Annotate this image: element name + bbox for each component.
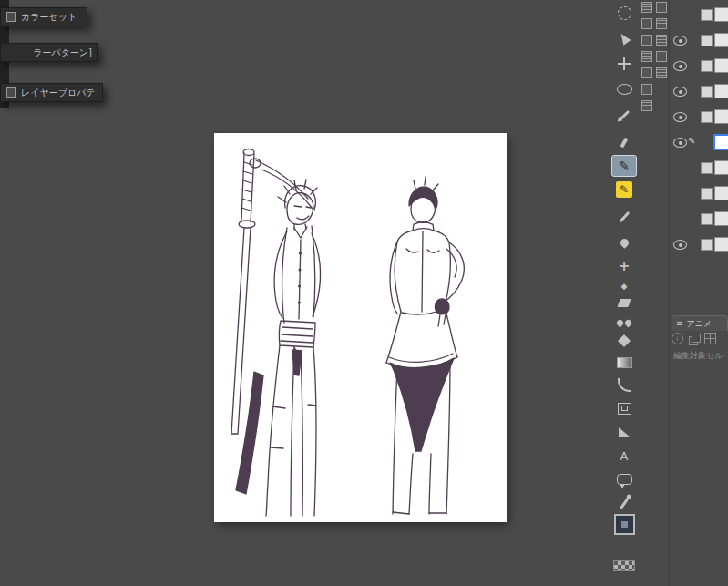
select-cursor-tool-icon[interactable] <box>611 27 637 49</box>
layer-visibility-eye-icon[interactable] <box>673 112 687 122</box>
layer-property-label: レイヤープロパティ <box>21 87 97 99</box>
toolbar-divider <box>610 0 610 586</box>
edit-target-cel-label: 編集対象セル <box>673 350 723 362</box>
subtool-icon[interactable] <box>641 35 652 46</box>
layer-property-panel-tab[interactable]: レイヤープロパティ <box>0 83 103 102</box>
layer-row[interactable] <box>671 53 728 78</box>
animation-tab-label: アニメ <box>687 318 713 330</box>
balloon-tool-icon[interactable] <box>611 468 637 490</box>
layer-type-box[interactable] <box>701 86 713 98</box>
line-correction-tool-icon[interactable] <box>611 492 637 514</box>
color-set-panel-tab[interactable]: カラーセット <box>0 7 87 26</box>
layer-thumbnail[interactable] <box>714 7 728 22</box>
drawing-canvas[interactable] <box>214 133 507 522</box>
layer-visibility-eye-icon[interactable] <box>673 36 687 46</box>
pen-tool-icon[interactable]: ✎ <box>611 155 637 177</box>
text-tool-icon[interactable]: A <box>611 445 637 467</box>
layer-row[interactable] <box>671 104 728 129</box>
layer-type-box[interactable] <box>701 162 713 174</box>
layer-thumbnail[interactable] <box>714 58 728 73</box>
layer-thumbnail[interactable] <box>714 33 728 47</box>
color-set-label: カラーセット <box>21 11 77 24</box>
layer-panel-divider <box>669 0 670 586</box>
layer-type-box[interactable] <box>701 9 713 21</box>
subtool-icon[interactable] <box>641 51 652 62</box>
layer-property-icon <box>6 87 16 98</box>
subtool-icon[interactable] <box>641 18 652 29</box>
layer-row[interactable] <box>671 155 728 180</box>
layer-thumbnail[interactable] <box>714 237 728 252</box>
layer-type-box[interactable] <box>701 239 713 251</box>
layer-visibility-eye-icon[interactable] <box>673 240 687 250</box>
layer-type-box[interactable] <box>701 35 713 46</box>
subtool-icon[interactable] <box>641 84 652 95</box>
airbrush-tool-icon[interactable] <box>611 231 637 253</box>
decoration-tool-icon[interactable]: + <box>611 255 637 277</box>
layer-type-box[interactable] <box>701 60 713 72</box>
layer-row[interactable] <box>671 206 728 231</box>
subtool-icon[interactable] <box>641 2 652 13</box>
brush-tool-icon[interactable] <box>611 206 637 228</box>
line-art-sketch <box>214 133 507 522</box>
gradient-tool-icon[interactable] <box>611 352 637 374</box>
cel-stack-icon[interactable] <box>689 334 699 344</box>
main-color-swatch[interactable] <box>611 512 637 536</box>
layer-row[interactable] <box>671 231 728 257</box>
animation-toolbar: i <box>672 333 716 344</box>
pencil-tool-icon[interactable]: ✎ <box>611 179 637 200</box>
layer-thumbnail[interactable] <box>713 134 728 150</box>
marker-tool-icon[interactable] <box>611 131 637 153</box>
animation-panel-tab[interactable]: ≡ アニメ <box>672 315 728 331</box>
fill-tool-icon[interactable] <box>611 330 637 352</box>
subtool-icon[interactable] <box>656 18 667 29</box>
move-tool-icon[interactable] <box>611 53 637 75</box>
paint-app-window: カラーセット ラーパターン] レイヤープロパティ <box>0 0 728 586</box>
eyedropper-tool-icon[interactable] <box>611 104 637 126</box>
layer-thumbnail[interactable] <box>714 109 728 124</box>
layer-visibility-eye-icon[interactable] <box>673 87 687 97</box>
lasso-tool-icon[interactable] <box>611 78 637 100</box>
subtool-icon[interactable] <box>641 100 652 111</box>
color-pattern-label: ラーパターン] <box>33 46 92 59</box>
subtool-icon[interactable] <box>656 51 667 62</box>
grid-icon[interactable] <box>704 333 716 344</box>
layer-visibility-eye-icon[interactable] <box>673 61 687 71</box>
menu-lines-icon: ≡ <box>676 319 683 328</box>
curve-tool-icon[interactable] <box>611 374 637 396</box>
layer-type-box[interactable] <box>701 111 713 123</box>
layer-thumbnail[interactable] <box>714 160 728 175</box>
layer-thumbnail[interactable] <box>714 84 728 98</box>
layer-row[interactable] <box>671 180 728 206</box>
layer-type-box[interactable] <box>701 213 713 225</box>
layer-row-selected[interactable]: ✎ <box>671 129 728 155</box>
color-pattern-panel-tab[interactable]: ラーパターン] <box>0 43 98 62</box>
editing-pencil-icon: ✎ <box>688 136 695 146</box>
transparent-color-icon[interactable] <box>611 558 637 572</box>
layer-thumbnail[interactable] <box>714 211 728 226</box>
subtool-icon[interactable] <box>641 67 652 78</box>
frame-border-tool-icon[interactable] <box>611 397 637 419</box>
ruler-tool-icon[interactable] <box>611 421 637 443</box>
rotate-tool-icon[interactable] <box>611 2 637 24</box>
subtool-icon[interactable] <box>656 2 667 13</box>
layer-visibility-eye-icon[interactable] <box>673 138 687 148</box>
layer-type-box[interactable] <box>701 188 713 200</box>
eraser-tool-icon[interactable] <box>611 292 637 314</box>
layer-row[interactable] <box>671 2 728 27</box>
subtool-icon[interactable] <box>656 67 667 78</box>
layer-thumbnail[interactable] <box>714 186 728 200</box>
palette-icon <box>6 12 16 22</box>
layer-row[interactable] <box>671 78 728 104</box>
subtool-icon[interactable] <box>656 35 667 46</box>
layer-row[interactable] <box>671 27 728 53</box>
onion-skin-icon[interactable]: i <box>672 333 683 344</box>
